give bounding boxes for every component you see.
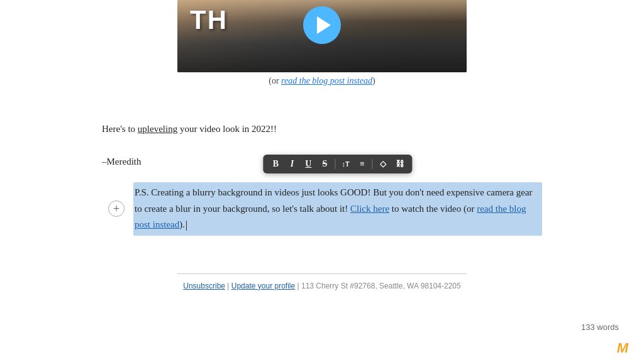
- caption-line: (or read the blog post instead): [269, 76, 375, 86]
- image-title: TH: [190, 5, 228, 35]
- ps-text-end: ).: [179, 219, 185, 229]
- click-here-link[interactable]: Click here: [350, 204, 389, 214]
- link-button[interactable]: ⛓: [393, 158, 406, 170]
- image-section: TH (or read the blog post instead): [102, 0, 542, 97]
- underline-button[interactable]: U: [302, 158, 314, 170]
- greeting-suffix: your video look in 2022!!: [177, 124, 277, 134]
- text-cursor: [186, 221, 187, 231]
- spacing-3: [102, 255, 542, 273]
- email-footer: Unsubscribe | Update your profile | 113 …: [177, 273, 467, 290]
- strikethrough-button[interactable]: S: [318, 158, 331, 170]
- spacing-1: [102, 102, 542, 121]
- ps-text-after-click: to watch the video (or: [389, 204, 477, 214]
- unsubscribe-link[interactable]: Unsubscribe: [183, 282, 225, 290]
- footer-address: 113 Cherry St #92768, Seattle, WA 98104-…: [301, 282, 461, 290]
- word-count: 133 words: [581, 322, 619, 332]
- bold-button[interactable]: B: [269, 158, 282, 170]
- play-button[interactable]: [303, 6, 341, 44]
- spacing-2: [102, 136, 542, 145]
- page-wrapper: TH (or read the blog post instead) Here'…: [0, 0, 644, 362]
- body-greeting: Here's to upleveling your video look in …: [102, 121, 542, 136]
- ps-section: + B I U S ↕T ≡ ◇ ⛓ P.S. Creating a: [102, 182, 542, 236]
- font-size-button[interactable]: ↕T: [339, 159, 352, 169]
- footer-sep1: |: [225, 282, 231, 290]
- add-block-button[interactable]: +: [108, 200, 125, 217]
- footer-sep2: |: [295, 282, 301, 290]
- ps-paragraph[interactable]: P.S. Creating a blurry background in vid…: [133, 182, 542, 236]
- toolbar-separator-2: [372, 159, 373, 169]
- color-button[interactable]: ◇: [377, 158, 389, 170]
- format-toolbar: B I U S ↕T ≡ ◇ ⛓: [263, 155, 412, 173]
- email-main-content: TH (or read the blog post instead) Here'…: [77, 0, 567, 297]
- align-button[interactable]: ≡: [356, 158, 369, 170]
- greeting-text: Here's to: [102, 124, 138, 134]
- caption-link[interactable]: read the blog post instead: [281, 76, 372, 85]
- camera-image[interactable]: TH: [177, 0, 467, 72]
- toolbar-separator-1: [335, 159, 335, 169]
- logo-m-letter: M: [617, 340, 628, 356]
- upleveling-text: upleveling: [138, 124, 177, 134]
- caption-suffix: ): [372, 76, 375, 85]
- caption-prefix: (or: [269, 76, 281, 85]
- italic-button[interactable]: I: [286, 158, 298, 170]
- mailchimp-logo: M: [614, 339, 631, 357]
- update-profile-link[interactable]: Update your profile: [231, 282, 295, 290]
